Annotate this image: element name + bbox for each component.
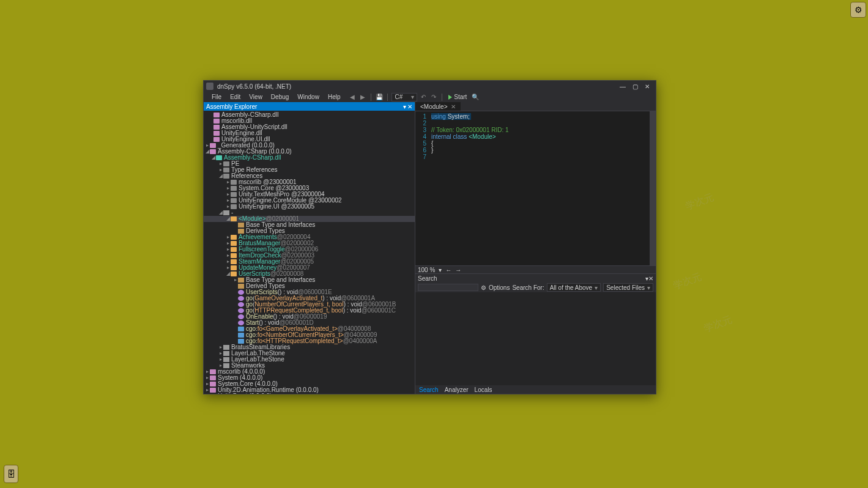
menu-view[interactable]: View [245, 93, 267, 101]
menu-file[interactable]: File [207, 93, 226, 101]
searchfor-combo[interactable]: All of the Above▾ [547, 283, 601, 292]
tab-analyzer[interactable]: Analyzer [445, 386, 469, 393]
searchfor-label: Search For: [512, 284, 544, 291]
menu-debug[interactable]: Debug [267, 93, 293, 101]
watermark: 学次元 [684, 191, 716, 213]
search-input[interactable] [418, 284, 478, 291]
assembly-explorer-panel: Assembly Explorer ▾✕ Assembly-CSharp.dll… [204, 102, 415, 394]
search-toolbar: ⚙ Options Search For: All of the Above▾ … [415, 283, 656, 292]
minimize-button[interactable]: — [617, 82, 629, 91]
panel-dropdown-icon[interactable]: ▾ [403, 103, 406, 110]
redo-icon[interactable]: ↷ [429, 93, 438, 102]
start-button[interactable]: Start [446, 94, 469, 100]
dnspy-window: dnSpy v6.5.0 (64-bit, .NET) — ▢ ✕ File E… [203, 80, 656, 394]
zoom-level[interactable]: 100 % [418, 267, 435, 273]
options-label[interactable]: Options [489, 284, 510, 291]
search-results[interactable] [415, 292, 656, 385]
tree-references[interactable]: ◢References [204, 173, 415, 179]
bottom-tabs: Search Analyzer Locals [415, 385, 656, 394]
line-gutter: 1234567 [415, 111, 429, 265]
menu-window[interactable]: Window [293, 93, 324, 101]
zoom-dropdown-icon[interactable]: ▾ [439, 267, 442, 273]
titlebar[interactable]: dnSpy v6.5.0 (64-bit, .NET) — ▢ ✕ [204, 81, 656, 92]
tree-basetype[interactable]: ▸Base Type and Interfaces [204, 277, 415, 283]
tree-basetype[interactable]: Base Type and Interfaces [204, 222, 415, 228]
panel-close-icon[interactable]: ✕ [407, 103, 412, 110]
search-panel: Search ▾✕ ⚙ Options Search For: All of t… [415, 273, 656, 394]
watermark: 学次元 [672, 270, 703, 292]
play-icon [448, 95, 452, 100]
maximize-button[interactable]: ▢ [629, 82, 641, 91]
window-title: dnSpy v6.5.0 (64-bit, .NET) [217, 83, 617, 90]
nav-fwd-icon[interactable]: ▶ [358, 93, 367, 102]
tree-asm[interactable]: ▸Unity.Burst (0.0.0.0) [204, 393, 415, 394]
desktop-tray-icon[interactable]: 🗄 [4, 465, 18, 483]
panel-close-icon[interactable]: ✕ [648, 275, 653, 282]
nav-fwd-small-icon[interactable]: → [455, 267, 461, 273]
tab-search[interactable]: Search [419, 386, 439, 393]
nav-back-icon[interactable]: ◀ [348, 93, 357, 102]
desktop-gear-icon[interactable]: ⚙ [850, 2, 866, 18]
explorer-title: Assembly Explorer [206, 103, 257, 110]
nav-back-small-icon[interactable]: ← [445, 267, 451, 273]
tree-class[interactable]: ▸UpdateMoney @02000007 [204, 265, 415, 271]
save-icon[interactable]: 💾 [375, 93, 384, 102]
code-content[interactable]: using System; // Token: 0x02000001 RID: … [429, 111, 650, 265]
editor-tab[interactable]: <Module>✕ [415, 102, 461, 111]
menubar: File Edit View Debug Window Help ◀ ▶ 💾 C… [204, 92, 656, 102]
tree-ref-item[interactable]: ▸mscorlib @23000001 [204, 179, 415, 185]
right-panel: <Module>✕ 1234567 using System; // Token… [415, 102, 656, 394]
watermark: 学次元 [702, 313, 734, 335]
explorer-header[interactable]: Assembly Explorer ▾✕ [204, 102, 415, 111]
menu-edit[interactable]: Edit [226, 93, 245, 101]
search-header[interactable]: Search ▾✕ [415, 274, 656, 283]
editor-tabstrip: <Module>✕ [415, 102, 656, 111]
scope-combo[interactable]: Selected Files▾ [603, 283, 653, 292]
editor-scrollbar[interactable] [650, 111, 656, 265]
undo-icon[interactable]: ↶ [419, 93, 428, 102]
language-combo[interactable]: C#▾ [391, 93, 417, 102]
code-editor[interactable]: 1234567 using System; // Token: 0x020000… [415, 111, 656, 266]
options-icon[interactable]: ⚙ [481, 284, 486, 291]
search-title: Search [418, 275, 437, 282]
close-button[interactable]: ✕ [641, 82, 653, 91]
tree-namespace[interactable]: ◢- [204, 210, 415, 216]
search-icon[interactable]: 🔍 [471, 93, 480, 102]
app-icon [206, 83, 213, 90]
tab-locals[interactable]: Locals [475, 386, 492, 393]
assembly-tree[interactable]: Assembly-CSharp.dll mscorlib.dll Assembl… [204, 111, 415, 394]
menu-help[interactable]: Help [324, 93, 345, 101]
tree-ref-item[interactable]: ▸UnityEngine.UI @23000005 [204, 204, 415, 210]
editor-status: 100 % ▾ ← → [415, 266, 656, 273]
tab-close-icon[interactable]: ✕ [451, 103, 456, 110]
